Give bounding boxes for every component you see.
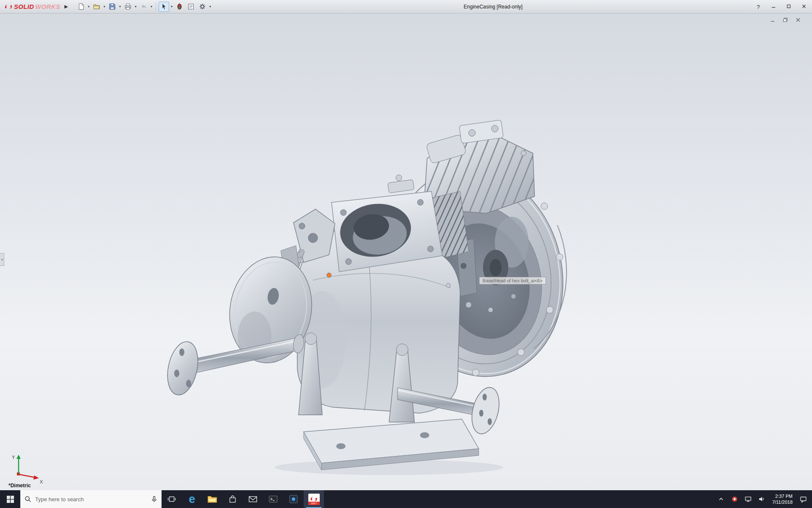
file-explorer-button[interactable] — [202, 490, 222, 508]
solidworks-version-badge: 2017 — [308, 502, 320, 505]
undo-icon — [140, 3, 147, 10]
doc-close-button[interactable] — [795, 17, 801, 23]
brand-works-text: WORKS — [35, 3, 60, 10]
mail-envelope-icon — [248, 495, 258, 503]
minimize-icon — [771, 4, 776, 9]
undo-button[interactable] — [138, 2, 149, 12]
volume-button[interactable] — [756, 490, 767, 508]
taskbar-search[interactable] — [20, 490, 162, 508]
new-document-icon — [77, 3, 85, 10]
left-axle[interactable] — [163, 334, 305, 398]
window-title: EngineCasing [Read-only] — [464, 0, 522, 14]
doc-minimize-button[interactable] — [770, 17, 776, 23]
print-icon — [124, 3, 132, 10]
triad-x-label: X — [40, 479, 43, 484]
solidworks-taskbar-button[interactable]: 2017 — [304, 490, 324, 508]
document-window-controls — [770, 17, 801, 23]
file-properties-button[interactable] — [186, 2, 196, 12]
rebuild-button[interactable] — [174, 2, 185, 12]
screen: SOLIDWORKS ▶ ▾ ▾ — [0, 0, 812, 508]
speaker-icon — [758, 496, 765, 502]
action-center-icon — [800, 496, 807, 503]
dropdown-arrow[interactable]: ▾ — [118, 5, 122, 8]
reference-triad: Y X — [12, 455, 43, 484]
network-button[interactable] — [743, 490, 754, 508]
help-button[interactable]: ? — [754, 4, 762, 10]
task-view-button[interactable] — [162, 490, 182, 508]
save-icon — [109, 3, 116, 10]
task-view-icon — [167, 495, 176, 503]
maximize-icon — [786, 4, 791, 9]
pinned-app-icon — [289, 494, 298, 504]
command-prompt-icon — [269, 495, 278, 503]
solidworks-glyph — [310, 496, 318, 502]
window-controls: ? — [754, 0, 808, 14]
view-orientation-label: *Dimetric — [8, 483, 31, 489]
select-cursor-icon — [160, 3, 167, 10]
new-document-button[interactable] — [76, 2, 86, 12]
store-button[interactable] — [222, 490, 243, 508]
solidworks-app-icon: 2017 — [308, 494, 320, 505]
dropdown-arrow[interactable]: ▾ — [170, 5, 173, 8]
dropdown-arrow[interactable]: ▾ — [103, 5, 106, 8]
store-bag-icon — [228, 495, 237, 503]
close-icon — [801, 4, 807, 9]
dropdown-arrow[interactable]: ▾ — [150, 5, 153, 8]
options-gear-icon — [199, 3, 206, 10]
file-explorer-icon — [207, 495, 217, 503]
tray-app-icon — [732, 496, 738, 502]
open-folder-icon — [93, 3, 100, 10]
search-icon — [25, 496, 31, 502]
titlebar: SOLIDWORKS ▶ ▾ ▾ — [0, 0, 812, 14]
selected-point-marker — [327, 273, 331, 277]
tray-app-button[interactable] — [729, 490, 740, 508]
clock-date: 7/11/2018 — [772, 499, 793, 505]
options-button[interactable] — [197, 2, 208, 12]
standard-toolbar: ▾ ▾ ▾ — [72, 2, 212, 12]
panel-expand-tab[interactable]: ◂ — [0, 253, 4, 266]
solidworks-logo: SOLIDWORKS — [0, 3, 63, 10]
mail-button[interactable] — [243, 490, 263, 508]
action-center-button[interactable] — [798, 490, 809, 508]
edge-icon: e — [189, 494, 195, 505]
dropdown-arrow[interactable]: ▾ — [87, 5, 91, 8]
3d-viewport[interactable]: ◂ — [0, 14, 812, 490]
toolbar-separator — [156, 3, 156, 11]
dropdown-arrow[interactable]: ▾ — [208, 5, 212, 8]
clock-time: 2:37 PM — [772, 493, 793, 499]
maximize-window-button[interactable] — [785, 4, 793, 10]
open-button[interactable] — [91, 2, 102, 12]
doc-close-icon — [795, 17, 801, 23]
doc-minimize-icon — [770, 17, 776, 23]
engine-casing-model[interactable]: Y X — [0, 14, 812, 490]
command-prompt-button[interactable] — [263, 490, 283, 508]
chevron-up-icon — [718, 496, 724, 502]
component-tooltip: Base/Head of hex bolt_ai<6> — [479, 277, 546, 284]
windows-taskbar: e — [0, 490, 812, 508]
rebuild-traffic-light-icon — [176, 3, 183, 10]
file-properties-icon — [187, 3, 195, 10]
doc-restore-icon — [782, 17, 788, 23]
dropdown-arrow[interactable]: ▾ — [134, 5, 137, 8]
solidworks-logo-icon — [4, 3, 13, 10]
triad-y-label: Y — [12, 455, 15, 460]
print-button[interactable] — [123, 2, 133, 12]
edge-button[interactable]: e — [182, 490, 202, 508]
minimize-window-button[interactable] — [770, 4, 777, 10]
network-icon — [745, 496, 752, 502]
system-tray: 2:37 PM 7/11/2018 — [716, 490, 812, 508]
menu-expand-arrow[interactable]: ▶ — [63, 4, 72, 9]
select-button[interactable] — [159, 2, 169, 12]
save-button[interactable] — [107, 2, 118, 12]
show-hidden-icons-button[interactable] — [716, 490, 727, 508]
taskbar-clock[interactable]: 2:37 PM 7/11/2018 — [770, 493, 795, 505]
doc-restore-button[interactable] — [782, 17, 788, 23]
start-button[interactable] — [0, 490, 20, 508]
close-window-button[interactable] — [800, 4, 808, 10]
windows-logo-icon — [7, 496, 14, 503]
search-input[interactable] — [35, 496, 147, 502]
microphone-icon[interactable] — [151, 496, 157, 502]
brand-solid-text: SOLID — [14, 3, 34, 10]
pinned-app-button[interactable] — [283, 490, 304, 508]
